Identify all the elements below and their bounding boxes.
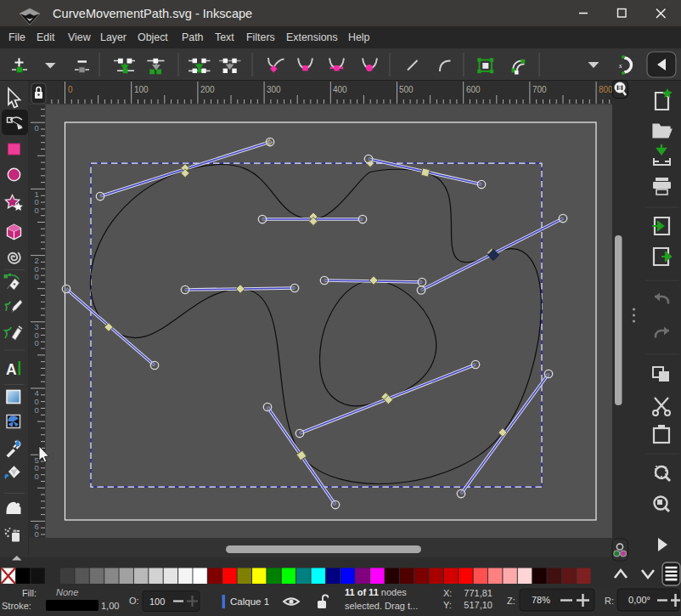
svg-text:11 of 11 nodes: 11 of 11 nodes: [345, 587, 407, 597]
svg-text:300: 300: [267, 85, 281, 94]
svg-text:Z:: Z:: [507, 596, 515, 606]
svg-text:Filters: Filters: [246, 31, 275, 43]
svg-text:Edit: Edit: [37, 31, 55, 43]
svg-text:Help: Help: [348, 31, 370, 43]
svg-text:78%: 78%: [532, 595, 550, 605]
svg-text:Path: Path: [182, 31, 204, 43]
svg-text:0: 0: [35, 405, 39, 415]
svg-text:0: 0: [68, 85, 73, 94]
svg-text:600: 600: [466, 85, 481, 94]
svg-text:Y:: Y:: [443, 600, 452, 610]
svg-text:File: File: [8, 31, 25, 43]
svg-text:200: 200: [200, 85, 215, 94]
svg-text:1,00: 1,00: [101, 601, 119, 611]
svg-text:selected. Drag t...: selected. Drag t...: [345, 601, 418, 611]
svg-text:Extensions: Extensions: [286, 31, 338, 43]
svg-text:400: 400: [333, 85, 347, 94]
svg-text:0: 0: [35, 272, 39, 281]
svg-text:Object: Object: [138, 31, 168, 43]
svg-text:0: 0: [35, 472, 39, 481]
svg-text:Fill:: Fill:: [22, 588, 37, 598]
svg-text:800: 800: [599, 85, 613, 94]
svg-text:CurveMovementPath.svg - Inksca: CurveMovementPath.svg - Inkscape: [53, 7, 252, 20]
svg-text:View: View: [68, 31, 91, 43]
svg-text:None: None: [56, 587, 78, 597]
svg-text:X:: X:: [443, 588, 452, 598]
svg-text:500: 500: [399, 85, 414, 94]
svg-text:A: A: [6, 361, 17, 378]
svg-text:s: s: [619, 61, 622, 70]
svg-text:O:: O:: [129, 596, 139, 606]
svg-text:Layer: Layer: [100, 31, 127, 43]
svg-text:Calque 1: Calque 1: [230, 596, 269, 607]
svg-text:517,10: 517,10: [464, 600, 492, 610]
svg-text:0: 0: [35, 338, 39, 348]
svg-text:0,00°: 0,00°: [628, 595, 650, 605]
svg-text:Stroke:: Stroke:: [2, 601, 31, 611]
svg-text:700: 700: [532, 85, 547, 94]
svg-text:0: 0: [35, 123, 39, 133]
svg-text:100: 100: [149, 596, 165, 607]
svg-text:R:: R:: [605, 596, 614, 606]
svg-text:771,81: 771,81: [464, 588, 492, 598]
svg-text:0: 0: [35, 206, 39, 215]
svg-text:100: 100: [134, 85, 149, 94]
svg-text:Text: Text: [215, 31, 234, 43]
